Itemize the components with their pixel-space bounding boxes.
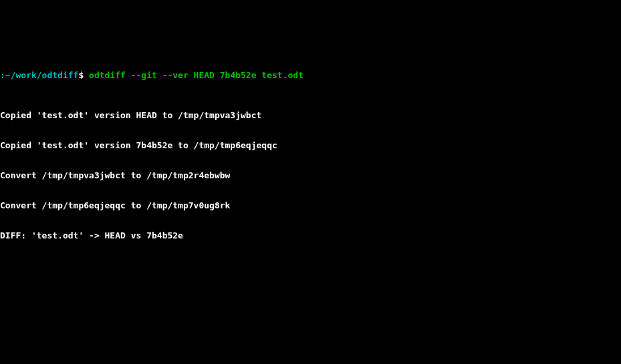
output-line: DIFF: 'test.odt' -> HEAD vs 7b4b52e: [0, 230, 621, 240]
shell-prompt-line: :~/work/odtdiff$ odtdiff --git --ver HEA…: [0, 70, 621, 80]
blank-line: [0, 270, 621, 281]
prompt-path: :~/work/odtdiff: [0, 70, 78, 80]
terminal-output[interactable]: :~/work/odtdiff$ odtdiff --git --ver HEA…: [0, 40, 621, 364]
prompt-command: odtdiff --git --ver HEAD 7b4b52e test.od…: [84, 70, 303, 80]
output-line: Convert /tmp/tmp6eqjeqqc to /tmp/tmp7v0u…: [0, 200, 621, 210]
output-line: Convert /tmp/tmpva3jwbct to /tmp/tmp2r4e…: [0, 170, 621, 180]
output-line: Copied 'test.odt' version HEAD to /tmp/t…: [0, 110, 621, 120]
output-line: Copied 'test.odt' version 7b4b52e to /tm…: [0, 140, 621, 150]
blank-line: [0, 361, 621, 364]
blank-line: [0, 301, 621, 311]
blank-line: [0, 331, 621, 341]
